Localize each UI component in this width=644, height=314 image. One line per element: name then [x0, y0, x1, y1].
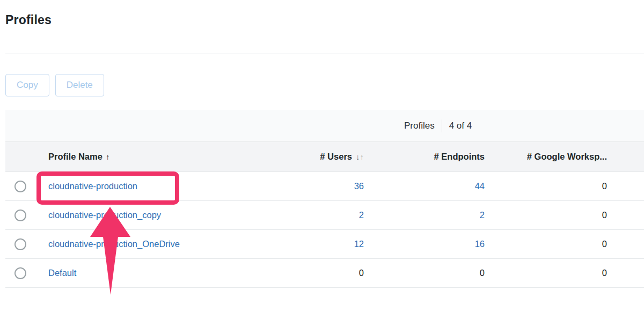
users-count: 0 — [359, 268, 364, 278]
endpoints-count: 0 — [480, 268, 485, 278]
google-workspace-count: 0 — [602, 181, 607, 191]
table-summary: Profiles 4 of 4 — [404, 110, 472, 141]
delete-button[interactable]: Delete — [55, 74, 104, 96]
users-count-link[interactable]: 12 — [354, 239, 364, 249]
column-header-label: # Google Worksp... — [527, 152, 607, 161]
table-header-row: Profile Name↑ # Users↓↑ # Endpoints # Go… — [5, 141, 644, 172]
table-row: Default 0 0 0 — [5, 259, 644, 288]
profile-name-link[interactable]: cloudnative-production — [48, 181, 137, 191]
table-summary-label: Profiles — [404, 121, 435, 131]
profile-name-link[interactable]: Default — [48, 268, 76, 278]
divider — [5, 54, 644, 54]
table-toolbar: Profiles 4 of 4 — [5, 110, 644, 141]
endpoints-count-link[interactable]: 44 — [475, 181, 485, 191]
google-workspace-count: 0 — [602, 268, 607, 278]
column-header-google-workspace: # Google Worksp... — [485, 152, 644, 162]
endpoints-count-link[interactable]: 16 — [475, 239, 485, 249]
row-radio-button[interactable] — [14, 210, 26, 221]
profile-name-link[interactable]: cloudnative-production_OneDrive — [48, 239, 180, 249]
row-radio-button[interactable] — [14, 238, 26, 250]
column-header-label: # Users — [320, 152, 352, 161]
table-row-count: 4 of 4 — [449, 121, 472, 131]
column-header-endpoints: # Endpoints — [364, 152, 485, 162]
sort-ascending-icon: ↑ — [360, 152, 364, 161]
users-count-link[interactable]: 36 — [354, 181, 364, 191]
column-header-profile-name[interactable]: Profile Name↑ — [35, 152, 246, 162]
divider — [442, 119, 442, 132]
profiles-table: Profiles 4 of 4 Profile Name↑ # Users↓↑ … — [5, 110, 644, 288]
row-radio-button[interactable] — [14, 267, 26, 279]
endpoints-count-link[interactable]: 2 — [480, 210, 485, 220]
sort-ascending-icon: ↑ — [106, 152, 110, 161]
column-header-label: Profile Name — [48, 152, 103, 161]
users-count-link[interactable]: 2 — [359, 210, 364, 220]
table-row: cloudnative-production 36 44 0 — [5, 172, 644, 201]
google-workspace-count: 0 — [602, 239, 607, 249]
copy-button[interactable]: Copy — [5, 74, 49, 96]
profile-name-link[interactable]: cloudnative-production_copy — [48, 210, 161, 220]
table-row: cloudnative-production_copy 2 2 0 — [5, 201, 644, 230]
action-button-bar: Copy Delete — [5, 74, 104, 96]
table-row: cloudnative-production_OneDrive 12 16 0 — [5, 230, 644, 259]
column-header-users[interactable]: # Users↓↑ — [246, 152, 364, 162]
column-header-label: # Endpoints — [434, 152, 485, 161]
page-title: Profiles — [5, 13, 52, 27]
row-radio-button[interactable] — [14, 181, 26, 192]
google-workspace-count: 0 — [602, 210, 607, 220]
sort-descending-icon: ↓ — [356, 152, 360, 161]
